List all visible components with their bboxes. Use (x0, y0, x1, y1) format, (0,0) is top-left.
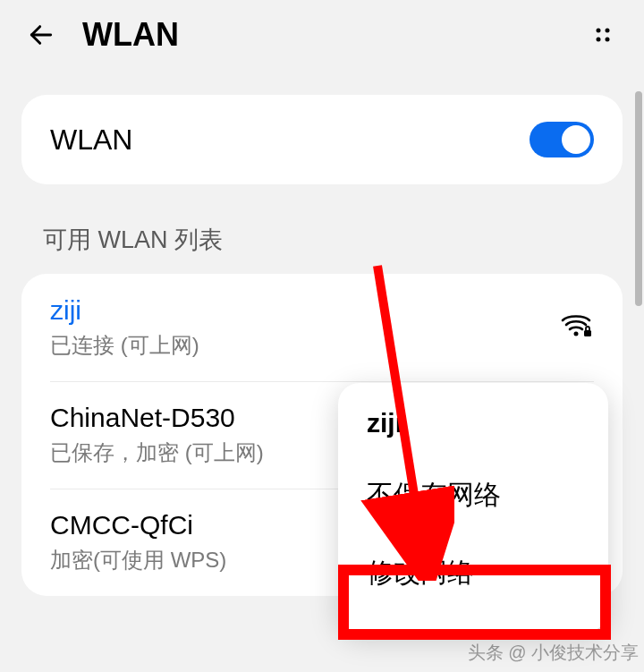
header-bar: WLAN (0, 0, 644, 70)
page-title: WLAN (82, 16, 587, 54)
svg-point-2 (606, 29, 610, 33)
context-menu-title: ziji (338, 408, 608, 456)
wlan-toggle-card: WLAN (21, 95, 623, 184)
wifi-signal-lock-icon (560, 312, 592, 343)
wlan-toggle-label: WLAN (50, 123, 530, 157)
svg-point-4 (606, 38, 610, 42)
watermark-text: 头条 @ 小俊技术分享 (468, 641, 639, 665)
wlan-toggle-switch[interactable] (530, 122, 594, 157)
more-icon[interactable] (587, 19, 619, 51)
context-menu-modify[interactable]: 修改网络 (338, 534, 608, 612)
svg-point-3 (597, 38, 601, 42)
back-arrow-icon[interactable] (25, 19, 57, 51)
available-networks-title: 可用 WLAN 列表 (43, 224, 623, 256)
svg-point-1 (597, 29, 601, 33)
context-menu-forget[interactable]: 不保存网络 (338, 456, 608, 534)
wifi-name: ziji (50, 295, 594, 326)
svg-rect-6 (584, 330, 591, 336)
scrollbar[interactable] (635, 91, 642, 306)
wifi-status: 已连接 (可上网) (50, 331, 594, 360)
context-menu: ziji 不保存网络 修改网络 (338, 383, 608, 632)
wlan-toggle-row: WLAN (21, 95, 623, 184)
wifi-item-ziji[interactable]: ziji 已连接 (可上网) (21, 274, 623, 381)
svg-point-5 (574, 332, 579, 336)
